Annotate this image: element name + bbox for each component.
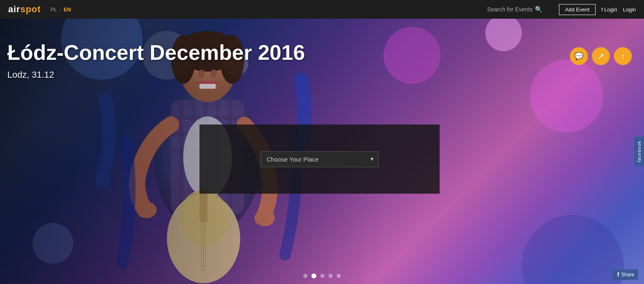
fb-icon: f bbox=[617, 271, 619, 278]
comment-button[interactable]: 💬 bbox=[570, 47, 588, 65]
center-panel: Choose Your Place Warsaw Lodz Krakow Wro… bbox=[199, 125, 440, 194]
comment-icon: 💬 bbox=[574, 52, 583, 61]
facebook-sidebar[interactable]: facebook bbox=[634, 137, 644, 166]
share-button[interactable]: ↗ bbox=[592, 47, 610, 65]
lang-pl[interactable]: PL bbox=[50, 7, 57, 13]
lang-en[interactable]: EN bbox=[64, 7, 71, 13]
fb-share-button[interactable]: f Share bbox=[613, 269, 638, 280]
navbar: airspot PL | EN Search for Events 🔍 Add … bbox=[0, 0, 644, 19]
hero-title: Łódz-Concert December 2016 bbox=[7, 41, 305, 64]
facebook-sidebar-label: facebook bbox=[637, 141, 642, 162]
logo[interactable]: airspot bbox=[8, 4, 41, 15]
carousel-dot-3[interactable] bbox=[320, 274, 324, 278]
upload-icon: ↑ bbox=[621, 52, 625, 61]
carousel-dot-4[interactable] bbox=[329, 274, 333, 278]
search-text[interactable]: Search for Events bbox=[487, 6, 532, 13]
login-button[interactable]: Login bbox=[623, 7, 636, 13]
place-select-wrapper: Choose Your Place Warsaw Lodz Krakow Wro… bbox=[261, 151, 379, 167]
search-area: Search for Events 🔍 bbox=[487, 6, 543, 13]
carousel-dot-2[interactable] bbox=[311, 273, 316, 278]
place-select[interactable]: Choose Your Place Warsaw Lodz Krakow Wro… bbox=[261, 151, 379, 167]
share-icon: ↗ bbox=[598, 51, 605, 61]
carousel-dot-1[interactable] bbox=[303, 274, 307, 278]
lang-separator: | bbox=[59, 7, 61, 13]
nav-right: Add Event f Login Login bbox=[559, 4, 636, 15]
right-actions: 💬 ↗ ↑ bbox=[570, 47, 632, 65]
carousel-dot-5[interactable] bbox=[337, 274, 341, 278]
carousel-dots bbox=[303, 273, 341, 278]
flogin-button[interactable]: f Login bbox=[601, 7, 617, 13]
fb-share-label: Share bbox=[621, 272, 634, 277]
search-icon[interactable]: 🔍 bbox=[535, 6, 543, 13]
upload-button[interactable]: ↑ bbox=[614, 47, 632, 65]
hero-section: Łódz-Concert December 2016 Lodz, 31.12 C… bbox=[0, 19, 644, 284]
hero-subtitle: Lodz, 31.12 bbox=[7, 70, 54, 80]
lang-switch: PL | EN bbox=[50, 7, 71, 13]
add-event-button[interactable]: Add Event bbox=[559, 4, 596, 15]
